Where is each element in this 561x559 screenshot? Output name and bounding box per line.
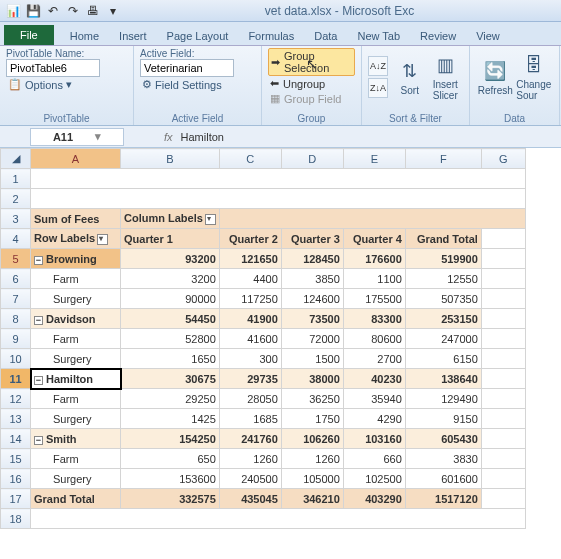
- cell[interactable]: [481, 309, 525, 329]
- pivot-value[interactable]: 247000: [405, 329, 481, 349]
- col-header-D[interactable]: D: [281, 149, 343, 169]
- pivot-value[interactable]: 30675: [121, 369, 220, 389]
- cell[interactable]: [219, 209, 525, 229]
- cell[interactable]: [481, 489, 525, 509]
- pivot-group-label[interactable]: −Smith: [31, 429, 121, 449]
- qat-dropdown-icon[interactable]: ▾: [104, 2, 122, 20]
- tab-page-layout[interactable]: Page Layout: [157, 26, 239, 45]
- pivot-value[interactable]: 129490: [405, 389, 481, 409]
- collapse-icon[interactable]: −: [34, 316, 43, 325]
- row-header[interactable]: 5: [1, 249, 31, 269]
- pivot-value[interactable]: 9150: [405, 409, 481, 429]
- pivot-value[interactable]: 176600: [343, 249, 405, 269]
- pivot-value[interactable]: 80600: [343, 329, 405, 349]
- pivot-value[interactable]: 128450: [281, 249, 343, 269]
- row-labels[interactable]: Row Labels: [31, 229, 121, 249]
- cell[interactable]: [481, 449, 525, 469]
- pivot-item-label[interactable]: Surgery: [31, 349, 121, 369]
- pivot-group-label[interactable]: −Davidson: [31, 309, 121, 329]
- pivot-value[interactable]: 102500: [343, 469, 405, 489]
- pivot-value[interactable]: 1750: [281, 409, 343, 429]
- cell[interactable]: [481, 269, 525, 289]
- tab-insert[interactable]: Insert: [109, 26, 157, 45]
- row-header[interactable]: 13: [1, 409, 31, 429]
- cell[interactable]: [481, 389, 525, 409]
- tab-review[interactable]: Review: [410, 26, 466, 45]
- col-q1[interactable]: Quarter 1: [121, 229, 220, 249]
- cell[interactable]: [481, 409, 525, 429]
- grand-total-label[interactable]: Grand Total: [31, 489, 121, 509]
- tab-data[interactable]: Data: [304, 26, 347, 45]
- sort-desc-button[interactable]: Z↓A: [368, 78, 388, 98]
- pivot-value[interactable]: 105000: [281, 469, 343, 489]
- pivot-value[interactable]: 1100: [343, 269, 405, 289]
- row-header[interactable]: 8: [1, 309, 31, 329]
- row-dropdown-icon[interactable]: [97, 234, 108, 245]
- col-header-A[interactable]: A: [31, 149, 121, 169]
- tab-file[interactable]: File: [4, 25, 54, 45]
- pivot-options-button[interactable]: 📋Options ▾: [6, 77, 127, 92]
- name-box[interactable]: A11 ▾: [30, 128, 124, 146]
- pivot-item-label[interactable]: Surgery: [31, 289, 121, 309]
- row-header[interactable]: 18: [1, 509, 31, 529]
- pivot-value[interactable]: 1500: [281, 349, 343, 369]
- pivot-item-label[interactable]: Farm: [31, 269, 121, 289]
- sort-button[interactable]: ⇅Sort: [392, 59, 428, 96]
- row-header[interactable]: 17: [1, 489, 31, 509]
- save-icon[interactable]: 💾: [24, 2, 42, 20]
- pivot-value[interactable]: 6150: [405, 349, 481, 369]
- cell[interactable]: [31, 169, 526, 189]
- col-header-G[interactable]: G: [481, 149, 525, 169]
- pivot-value[interactable]: 93200: [121, 249, 220, 269]
- pivot-item-label[interactable]: Farm: [31, 449, 121, 469]
- pivot-value[interactable]: 3200: [121, 269, 220, 289]
- insert-slicer-button[interactable]: ▥Insert Slicer: [428, 53, 464, 101]
- pivot-value[interactable]: 90000: [121, 289, 220, 309]
- cell[interactable]: [481, 229, 525, 249]
- pivot-value[interactable]: 1260: [281, 449, 343, 469]
- pivot-value[interactable]: 3850: [281, 269, 343, 289]
- field-settings-button[interactable]: ⚙Field Settings: [140, 77, 255, 92]
- pivot-value[interactable]: 300: [219, 349, 281, 369]
- row-header[interactable]: 16: [1, 469, 31, 489]
- redo-icon[interactable]: ↷: [64, 2, 82, 20]
- cell[interactable]: [481, 329, 525, 349]
- col-header-B[interactable]: B: [121, 149, 220, 169]
- pivot-value[interactable]: 117250: [219, 289, 281, 309]
- pivot-value[interactable]: 601600: [405, 469, 481, 489]
- collapse-icon[interactable]: −: [34, 436, 43, 445]
- cell[interactable]: [481, 289, 525, 309]
- row-header[interactable]: 4: [1, 229, 31, 249]
- pivot-value[interactable]: 605430: [405, 429, 481, 449]
- row-header[interactable]: 6: [1, 269, 31, 289]
- pivot-value[interactable]: 1517120: [405, 489, 481, 509]
- cell[interactable]: [31, 509, 526, 529]
- pivot-value[interactable]: 4290: [343, 409, 405, 429]
- col-q3[interactable]: Quarter 3: [281, 229, 343, 249]
- pivot-value[interactable]: 41900: [219, 309, 281, 329]
- pivot-value[interactable]: 240500: [219, 469, 281, 489]
- pivot-value[interactable]: 154250: [121, 429, 220, 449]
- pivot-value[interactable]: 253150: [405, 309, 481, 329]
- tab-new-tab[interactable]: New Tab: [347, 26, 410, 45]
- print-icon[interactable]: 🖶: [84, 2, 102, 20]
- cell[interactable]: [481, 469, 525, 489]
- row-header[interactable]: 2: [1, 189, 31, 209]
- formula-value[interactable]: Hamilton: [181, 131, 224, 143]
- active-field-input[interactable]: [140, 59, 234, 77]
- collapse-icon[interactable]: −: [34, 376, 43, 385]
- refresh-button[interactable]: 🔄Refresh: [476, 59, 515, 96]
- sort-asc-button[interactable]: A↓Z: [368, 56, 388, 76]
- col-q2[interactable]: Quarter 2: [219, 229, 281, 249]
- pivot-item-label[interactable]: Farm: [31, 389, 121, 409]
- select-all-corner[interactable]: ◢: [1, 149, 31, 169]
- collapse-icon[interactable]: −: [34, 256, 43, 265]
- pivot-value[interactable]: 1260: [219, 449, 281, 469]
- pivot-item-label[interactable]: Surgery: [31, 409, 121, 429]
- row-header[interactable]: 9: [1, 329, 31, 349]
- pivot-value[interactable]: 83300: [343, 309, 405, 329]
- pivot-value[interactable]: 332575: [121, 489, 220, 509]
- pivot-item-label[interactable]: Surgery: [31, 469, 121, 489]
- cell[interactable]: [481, 369, 525, 389]
- tab-view[interactable]: View: [466, 26, 510, 45]
